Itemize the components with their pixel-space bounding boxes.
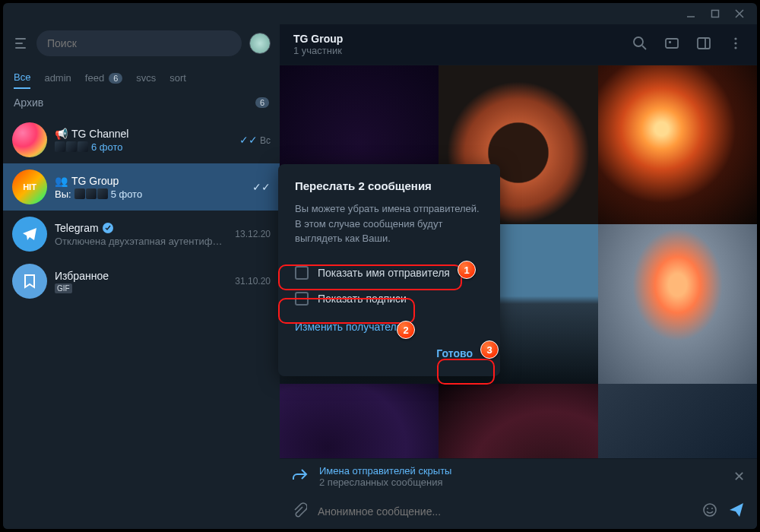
avatar [12,217,47,252]
group-icon: 👥 [55,175,68,187]
svg-rect-4 [698,38,710,49]
media-tile[interactable] [598,384,757,458]
menu-icon[interactable] [12,35,29,52]
search-field[interactable] [36,30,242,56]
tab-svcs[interactable]: svcs [136,67,156,89]
modal-description: Вы можете убрать имена отправителей. В э… [295,201,483,246]
megaphone-icon: 📢 [55,128,68,140]
emoji-icon[interactable] [702,502,717,521]
message-composer [280,494,757,529]
self-avatar[interactable] [249,33,271,54]
show-sender-name-checkbox[interactable]: Показать имя отправителя [295,260,483,286]
message-input[interactable] [318,505,692,518]
chat-item-group[interactable]: HIT 👥 TG Group Вы: 5 фото ✓✓ [3,163,280,211]
photo-count: 5 фото [111,188,143,200]
svg-rect-0 [712,11,719,17]
sidepanel-icon[interactable] [696,36,711,54]
window-controls [3,3,757,24]
forward-icon [292,467,309,486]
annotation-number: 1 [458,261,476,279]
folder-tabs: Все admin feed 6 svcs sort [3,62,280,89]
read-check-icon: ✓✓ [252,181,271,193]
svg-rect-2 [666,39,678,48]
avatar [12,264,47,299]
gif-badge: GIF [55,283,72,293]
thumbnail-strip [74,188,108,199]
tab-all[interactable]: Все [14,67,30,89]
close-reply-icon[interactable]: ✕ [733,468,745,485]
annotation-number: 2 [397,321,415,339]
call-icon[interactable] [664,36,679,54]
tab-feed[interactable]: feed 6 [85,67,122,89]
chat-date: 13.12.20 [235,229,271,239]
chat-title[interactable]: TG Group [293,33,343,45]
thumbnail-strip [55,141,88,152]
done-button[interactable]: Готово [426,341,483,366]
chat-name-label: TG Channel [71,128,128,140]
avatar [12,122,47,157]
reply-title: Имена отправителей скрыты [319,465,723,477]
chat-name-label: Telegram [55,222,99,234]
svg-rect-3 [669,41,671,43]
tab-admin[interactable]: admin [44,67,71,89]
minimize-icon[interactable] [686,8,696,19]
media-tile[interactable] [598,65,757,224]
checkbox-label: Показать подписи [318,293,407,305]
checkbox-icon [295,292,309,306]
checkbox-icon [295,266,309,280]
tab-feed-badge: 6 [109,73,122,84]
svg-point-8 [704,504,716,516]
svg-point-7 [734,46,736,49]
svg-point-5 [734,37,736,40]
chat-date: Вс [260,135,271,146]
more-icon[interactable] [728,36,743,54]
sidebar: Все admin feed 6 svcs sort Архив 6 📢 TG … [3,24,280,529]
chat-name-label: Избранное [55,270,227,282]
svg-point-1 [634,37,643,46]
chat-item-telegram[interactable]: Telegram Отключена двухэтапная аутентифи… [3,211,280,258]
search-input[interactable] [47,37,231,49]
chat-name-label: TG Group [71,175,119,187]
you-prefix: Вы: [55,188,71,200]
attach-icon[interactable] [292,502,307,521]
photo-count: 6 фото [91,141,123,153]
close-icon[interactable] [734,8,745,19]
chat-item-saved[interactable]: Избранное GIF 31.10.20 [3,258,280,305]
chat-item-channel[interactable]: 📢 TG Channel 6 фото ✓✓ Вс [3,116,280,163]
avatar: HIT [12,169,47,204]
read-check-icon: ✓✓ [239,134,258,146]
annotation-number: 3 [480,340,499,359]
media-tile[interactable] [598,224,757,383]
chat-date: 31.10.20 [235,276,271,287]
modal-title: Переслать 2 сообщения [295,179,483,192]
search-icon[interactable] [632,36,648,54]
svg-point-6 [734,42,736,44]
archive-badge: 6 [255,97,269,108]
reply-bar: Имена отправителей скрыты 2 пересланных … [280,458,757,494]
svg-point-10 [711,508,713,509]
change-recipient-link[interactable]: Изменить получателя [295,321,402,333]
media-tile[interactable] [280,384,439,458]
tab-feed-label: feed [85,72,104,84]
archive-label: Архив [14,97,43,109]
maximize-icon[interactable] [710,8,720,19]
archive-row[interactable]: Архив 6 [3,89,280,116]
show-captions-checkbox[interactable]: Показать подписи [295,286,483,312]
checkbox-label: Показать имя отправителя [318,267,450,279]
reply-subtitle: 2 пересланных сообщения [319,477,723,488]
verified-icon [103,223,113,233]
tab-sort[interactable]: sort [169,67,186,89]
chat-preview: Отключена двухэтапная аутентификация [55,236,227,247]
media-tile[interactable] [439,384,597,458]
chat-header: TG Group 1 участник [280,24,757,65]
chat-status: 1 участник [293,45,343,56]
svg-point-9 [707,508,708,509]
send-icon[interactable] [728,502,745,521]
